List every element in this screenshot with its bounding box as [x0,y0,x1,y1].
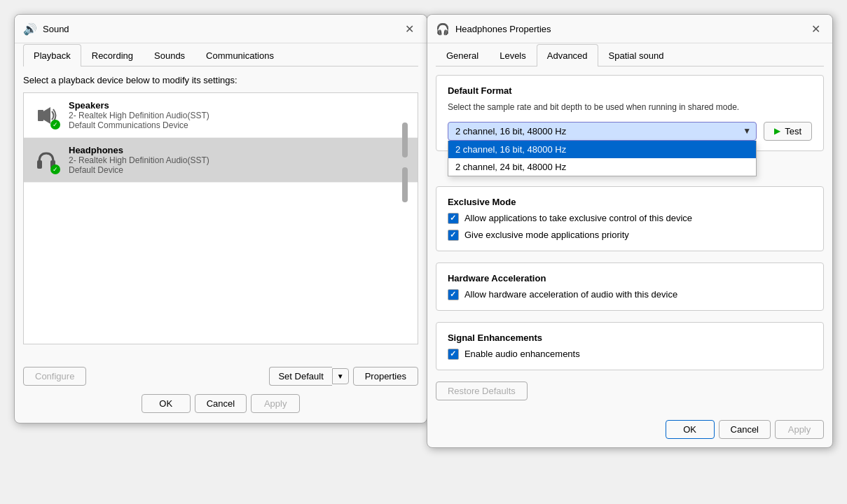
exclusive-control-row: Allow applications to take exclusive con… [448,213,812,224]
props-cancel-button[interactable]: Cancel [719,420,771,439]
sound-title-icon: 🔊 [23,22,37,36]
props-apply-button[interactable]: Apply [775,420,824,439]
tab-sounds[interactable]: Sounds [144,44,195,66]
audio-enhancements-label: Enable audio enhancements [464,349,580,359]
headphones-driver: 2- Realtek High Definition Audio(SST) [69,155,392,165]
speakers-scrollbar-thumb [402,122,408,158]
audio-enhancements-checkbox[interactable] [448,349,459,360]
sound-tab-bar: Playback Recording Sounds Communications [23,43,418,66]
tab-general[interactable]: General [436,44,489,66]
restore-defaults-button[interactable]: Restore Defaults [436,382,528,400]
device-item-speakers[interactable]: ✓ Speakers 2- Realtek High Definition Au… [24,93,418,138]
svg-rect-2 [37,160,42,169]
tab-spatial-sound[interactable]: Spatial sound [598,44,675,66]
configure-button[interactable]: Configure [23,367,86,386]
device-item-headphones[interactable]: ✓ Headphones 2- Realtek High Definition … [24,138,418,183]
speakers-driver: 2- Realtek High Definition Audio(SST) [69,111,392,120]
speakers-default-check: ✓ [50,120,60,130]
sound-dialog: 🔊 Sound ✕ Playback Recording Sounds Comm… [14,14,427,424]
test-label: Test [785,126,801,136]
default-format-section: Default Format Select the sample rate an… [436,75,824,151]
headphones-icon: ✓ [32,146,60,174]
props-dialog: 🎧 Headphones Properties ✕ General Levels… [427,14,833,448]
tab-recording[interactable]: Recording [81,44,144,66]
audio-enhancements-row: Enable audio enhancements [448,349,812,360]
props-titlebar: 🎧 Headphones Properties ✕ [427,15,832,43]
headphones-scrollbar-thumb [402,167,408,202]
sound-ok-cancel-bar: OK Cancel Apply [15,394,427,423]
props-tab-bar: General Levels Advanced Spatial sound [436,43,824,66]
sound-title: Sound [43,24,396,34]
hw-accel-row: Allow hardware acceleration of audio wit… [448,289,812,300]
hw-accel-checkbox[interactable] [448,289,459,300]
hardware-accel-section: Hardware Acceleration Allow hardware acc… [436,262,824,311]
svg-rect-0 [38,110,43,121]
svg-marker-1 [43,107,50,124]
exclusive-priority-label: Give exclusive mode applications priorit… [464,230,629,240]
default-format-desc: Select the sample rate and bit depth to … [448,102,812,113]
headphones-status: Default Device [69,165,392,175]
sound-content: Playback Recording Sounds Communications… [15,43,427,361]
tab-playback[interactable]: Playback [23,44,81,66]
sound-close-button[interactable]: ✕ [401,20,418,37]
sound-ok-button[interactable]: OK [142,394,191,413]
tab-levels[interactable]: Levels [489,44,537,66]
tab-advanced[interactable]: Advanced [537,44,598,66]
headphones-name: Headphones [69,145,392,155]
restore-defaults-container: Restore Defaults [436,382,824,400]
sound-titlebar: 🔊 Sound ✕ [15,15,427,43]
exclusive-priority-checkbox[interactable] [448,230,459,241]
headphones-info: Headphones 2- Realtek High Definition Au… [69,145,392,175]
exclusive-control-label: Allow applications to take exclusive con… [464,213,692,223]
props-content: General Levels Advanced Spatial sound De… [427,43,832,414]
props-close-button[interactable]: ✕ [807,20,824,37]
format-dropdown[interactable]: 2 channel, 16 bit, 48000 Hz [448,122,757,141]
set-default-button[interactable]: Set Default [269,367,331,386]
format-dropdown-list: 2 channel, 16 bit, 48000 Hz 2 channel, 2… [448,141,757,176]
sound-bottom-left: Configure [23,367,266,386]
signal-enhancements-section: Signal Enhancements Enable audio enhance… [436,322,824,370]
sound-bottom-bar: Configure Set Default ▼ Properties [15,361,427,394]
playback-description: Select a playback device below to modify… [23,75,418,85]
signal-enhancements-title: Signal Enhancements [448,332,812,343]
speakers-status: Default Communications Device [69,120,392,130]
props-title: Headphones Properties [455,24,801,34]
set-default-group: Set Default ▼ [269,367,348,386]
format-option-0[interactable]: 2 channel, 16 bit, 48000 Hz [448,141,756,158]
sound-apply-button[interactable]: Apply [251,394,300,413]
hardware-accel-title: Hardware Acceleration [448,273,812,284]
props-bottom-bar: OK Cancel Apply [427,414,832,447]
exclusive-control-checkbox[interactable] [448,213,459,224]
set-default-arrow[interactable]: ▼ [332,368,349,384]
speakers-name: Speakers [69,100,392,111]
speakers-icon: ✓ [32,102,60,130]
headphones-default-check: ✓ [50,164,60,174]
test-button[interactable]: ▶ Test [764,122,812,141]
hw-accel-label: Allow hardware acceleration of audio wit… [464,289,677,300]
props-ok-button[interactable]: OK [666,420,715,439]
exclusive-mode-title: Exclusive Mode [448,197,812,207]
device-list[interactable]: ✓ Speakers 2- Realtek High Definition Au… [23,92,418,344]
format-option-1[interactable]: 2 channel, 24 bit, 48000 Hz [448,158,756,176]
sound-cancel-button[interactable]: Cancel [195,394,247,413]
tab-communications[interactable]: Communications [195,44,284,66]
properties-button[interactable]: Properties [353,367,418,386]
sound-bottom-right: Set Default ▼ Properties [269,367,418,386]
exclusive-priority-row: Give exclusive mode applications priorit… [448,230,812,241]
props-title-icon: 🎧 [436,22,450,36]
format-dropdown-container: 2 channel, 16 bit, 48000 Hz ▼ 2 channel,… [448,122,812,141]
speakers-info: Speakers 2- Realtek High Definition Audi… [69,100,392,130]
default-format-title: Default Format [448,85,812,96]
play-icon: ▶ [774,126,780,136]
format-dropdown-wrapper: 2 channel, 16 bit, 48000 Hz ▼ 2 channel,… [448,122,757,141]
exclusive-mode-section: Exclusive Mode Allow applications to tak… [436,186,824,251]
